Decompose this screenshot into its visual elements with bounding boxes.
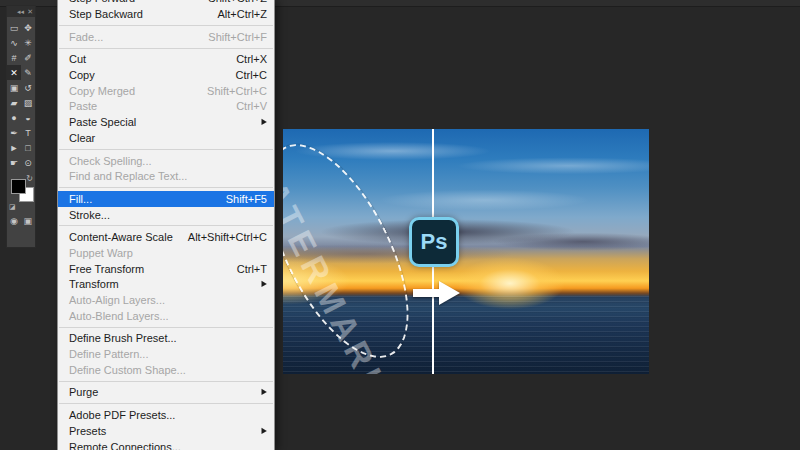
submenu-arrow-icon: ▶ (262, 388, 267, 397)
rectangle-shape-tool[interactable]: □ (21, 140, 35, 155)
zoom-tool[interactable]: ⊙ (21, 155, 35, 170)
menu-item-puppet-warp: Puppet Warp (58, 245, 274, 261)
menu-separator (58, 184, 274, 191)
path-selection-tool[interactable]: ► (7, 140, 21, 155)
menu-item-label: Content-Aware Scale (69, 231, 188, 243)
menu-separator (58, 378, 274, 385)
ps-logo-text: Ps (421, 229, 448, 255)
spot-healing-brush-icon: ✕ (10, 68, 18, 78)
menu-item-shortcut: Ctrl+X (236, 53, 267, 65)
close-panel-icon[interactable]: ✕ (27, 6, 33, 17)
spot-healing-brush-tool[interactable]: ✕ (7, 65, 21, 80)
swap-colors-icon[interactable]: ↻ (26, 174, 33, 183)
edit-menu: Step ForwardShift+Ctrl+ZStep BackwardAlt… (57, 0, 275, 450)
menu-item-fill[interactable]: Fill...Shift+F5 (58, 191, 274, 207)
menu-separator (58, 324, 274, 331)
hand-tool[interactable]: ☛ (7, 155, 21, 170)
sunset-photo[interactable]: WATERMARK Ps (283, 129, 649, 374)
color-swatches: ↻ ◪ (7, 170, 35, 212)
foreground-color-swatch[interactable] (11, 179, 26, 194)
crop-icon: # (11, 53, 16, 63)
panel-utilities: ◉▣ (7, 212, 35, 230)
blur-icon: ● (11, 113, 16, 123)
zoom-icon: ⊙ (24, 158, 32, 168)
edit-menu-list: Step ForwardShift+Ctrl+ZStep BackwardAlt… (58, 0, 274, 450)
magic-wand-tool[interactable]: ✳ (21, 35, 35, 50)
menu-item-transform[interactable]: Transform▶ (58, 277, 274, 293)
menu-item-label: Remote Connections... (69, 441, 267, 450)
photoshop-logo-badge: Ps (409, 217, 459, 267)
menu-item-step-backward[interactable]: Step BackwardAlt+Ctrl+Z (58, 6, 274, 22)
menu-item-label: Fill... (69, 193, 226, 205)
menu-item-stroke[interactable]: Stroke... (58, 207, 274, 223)
menu-separator (58, 22, 274, 29)
menu-item-label: Clear (69, 132, 267, 144)
menu-separator (58, 400, 274, 407)
menu-item-define-pattern: Define Pattern... (58, 346, 274, 362)
menu-item-shortcut: Ctrl+T (237, 263, 267, 275)
dodge-icon: ◒ (25, 113, 30, 123)
menu-item-shortcut: Alt+Ctrl+Z (217, 8, 267, 20)
menu-item-presets[interactable]: Presets▶ (58, 423, 274, 439)
menu-item-cut[interactable]: CutCtrl+X (58, 52, 274, 68)
menu-item-label: Cut (69, 53, 236, 65)
menu-item-label: Copy (69, 69, 236, 81)
type-tool[interactable]: T (21, 125, 35, 140)
brush-icon: ✎ (24, 68, 32, 78)
menu-item-label: Check Spelling... (69, 155, 267, 167)
menu-separator (58, 222, 274, 229)
menu-item-label: Auto-Align Layers... (69, 294, 267, 306)
tools-grid: ▭✥∿✳#✐✕✎▣↺▰▨●◒✒T►□☛⊙ (7, 17, 35, 170)
menu-item-shortcut: Alt+Shift+Ctrl+C (188, 231, 267, 243)
collapse-panel-icon[interactable]: ◂◂ (17, 6, 24, 17)
menu-item-purge[interactable]: Purge▶ (58, 385, 274, 401)
menu-item-shortcut: Shift+Ctrl+F (208, 31, 267, 43)
screen-mode-icon[interactable]: ▣ (24, 216, 33, 226)
menu-item-copy[interactable]: CopyCtrl+C (58, 67, 274, 83)
gradient-tool[interactable]: ▨ (21, 95, 35, 110)
history-brush-tool[interactable]: ↺ (21, 80, 35, 95)
rectangular-marquee-icon: ▭ (10, 23, 19, 33)
menu-item-define-brush-preset[interactable]: Define Brush Preset... (58, 331, 274, 347)
menu-item-adobe-pdf-presets[interactable]: Adobe PDF Presets... (58, 407, 274, 423)
menu-item-clear[interactable]: Clear (58, 130, 274, 146)
clone-stamp-tool[interactable]: ▣ (7, 80, 21, 95)
tools-panel: ◂◂ ✕ ▭✥∿✳#✐✕✎▣↺▰▨●◒✒T►□☛⊙ ↻ ◪ ◉▣ (6, 5, 36, 248)
tools-panel-header: ◂◂ ✕ (7, 6, 35, 17)
eyedropper-tool[interactable]: ✐ (21, 50, 35, 65)
blur-tool[interactable]: ● (7, 110, 21, 125)
submenu-arrow-icon: ▶ (262, 426, 267, 435)
brush-tool[interactable]: ✎ (21, 65, 35, 80)
menu-item-free-transform[interactable]: Free TransformCtrl+T (58, 261, 274, 277)
menu-item-label: Step Forward (69, 0, 208, 4)
eyedropper-icon: ✐ (24, 53, 32, 63)
rectangle-shape-icon: □ (25, 143, 30, 153)
default-colors-icon[interactable]: ◪ (9, 203, 16, 211)
lasso-tool[interactable]: ∿ (7, 35, 21, 50)
menu-item-copy-merged: Copy MergedShift+Ctrl+C (58, 83, 274, 99)
pen-tool[interactable]: ✒ (7, 125, 21, 140)
rectangular-marquee-tool[interactable]: ▭ (7, 20, 21, 35)
dodge-tool[interactable]: ◒ (21, 110, 35, 125)
quick-mask-mode-icon[interactable]: ◉ (10, 216, 18, 226)
menu-item-label: Free Transform (69, 263, 237, 275)
crop-tool[interactable]: # (7, 50, 21, 65)
menu-item-label: Puppet Warp (69, 247, 267, 259)
menu-item-label: Step Backward (69, 8, 217, 20)
lasso-icon: ∿ (10, 38, 18, 48)
menu-item-paste-special[interactable]: Paste Special▶ (58, 114, 274, 130)
move-tool[interactable]: ✥ (21, 20, 35, 35)
right-arrow-icon (413, 280, 460, 306)
menu-item-remote-connections[interactable]: Remote Connections... (58, 439, 274, 450)
eraser-tool[interactable]: ▰ (7, 95, 21, 110)
move-icon: ✥ (24, 23, 32, 33)
eraser-icon: ▰ (11, 98, 18, 108)
menu-item-shortcut: Ctrl+V (236, 100, 267, 112)
menu-item-label: Define Brush Preset... (69, 332, 267, 344)
path-selection-icon: ► (10, 143, 19, 153)
menu-item-label: Adobe PDF Presets... (69, 409, 267, 421)
menu-item-content-aware-scale[interactable]: Content-Aware ScaleAlt+Shift+Ctrl+C (58, 229, 274, 245)
menu-item-shortcut: Shift+F5 (226, 193, 267, 205)
menu-item-auto-blend-layers: Auto-Blend Layers... (58, 308, 274, 324)
menu-item-label: Presets (69, 425, 262, 437)
